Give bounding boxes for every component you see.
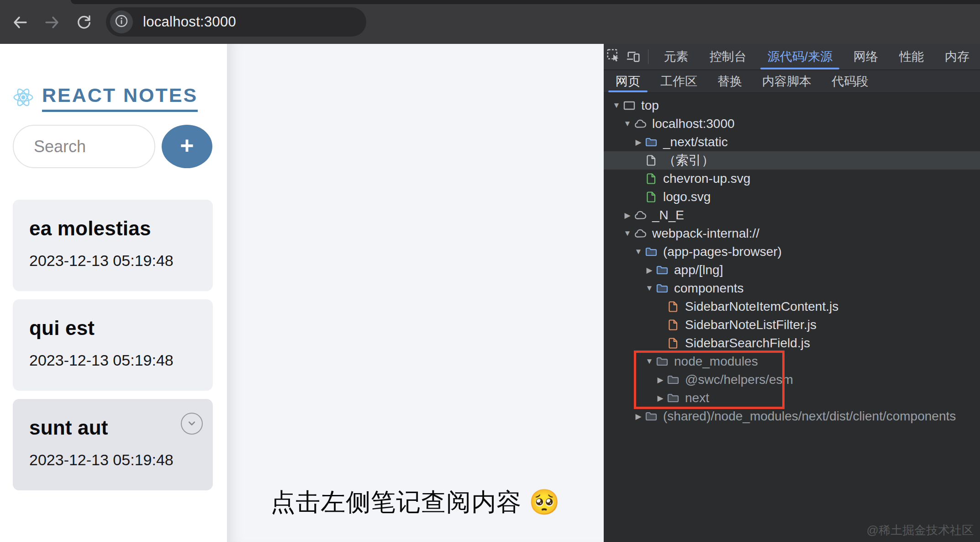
tree-item-label: top (641, 98, 659, 113)
chevron-down-icon (185, 417, 198, 431)
tree-item-label: next (685, 391, 709, 405)
devtools-sub-tabs: 网页工作区替换内容脚本代码段 (606, 70, 879, 92)
tree-item-label: chevron-up.svg (663, 171, 750, 186)
url-text: localhost:3000 (143, 14, 236, 30)
cloud-icon (633, 119, 648, 129)
tree-item[interactable]: SidebarNoteListFilter.js (604, 316, 980, 334)
tree-item[interactable]: ▼components (604, 279, 980, 298)
note-card[interactable]: ea molestias 2023-12-13 05:19:48 (13, 200, 213, 291)
devtools-subtab[interactable]: 工作区 (650, 70, 707, 92)
tree-item[interactable]: ▼localhost:3000 (604, 115, 980, 133)
tree-item-label: localhost:3000 (652, 117, 735, 131)
devtools-tab[interactable]: 源代码/来源 (757, 44, 843, 69)
note-card[interactable]: qui est 2023-12-13 05:19:48 (13, 299, 213, 391)
tree-item-label: @swc/helpers/esm (685, 372, 793, 387)
inspect-icon (606, 48, 622, 65)
back-button[interactable] (10, 13, 30, 33)
note-timestamp: 2023-12-13 05:19:48 (29, 351, 196, 369)
tree-item[interactable]: SidebarSearchField.js (604, 334, 980, 352)
info-icon (114, 14, 129, 30)
tree-item[interactable]: ▶app/[lng] (604, 261, 980, 279)
app-header: REACT NOTES (12, 84, 198, 112)
reload-button[interactable] (74, 13, 94, 33)
note-content-area: 点击左侧笔记查阅内容 🥺 (227, 44, 604, 542)
tree-item-label: _next/static (663, 135, 728, 149)
tree-item[interactable]: chevron-up.svg (604, 170, 980, 188)
devtools-tab[interactable]: 元素 (653, 44, 699, 69)
forward-button[interactable] (42, 13, 62, 33)
device-toolbar-icon (626, 48, 641, 65)
tree-disclosure-arrow-icon[interactable]: ▶ (655, 393, 666, 403)
react-atom-icon (12, 86, 35, 111)
tree-item[interactable]: ▶_next/static (604, 133, 980, 151)
tree-item[interactable]: ▼top (604, 96, 980, 115)
forward-icon (43, 13, 61, 33)
file-icon (666, 319, 680, 331)
tree-item-label: SidebarNoteListFilter.js (685, 318, 817, 332)
expand-note-button[interactable] (181, 413, 203, 435)
tree-item-label: node_modules (674, 354, 758, 369)
add-note-button[interactable]: + (162, 125, 212, 168)
folder-icon (655, 265, 669, 275)
devtools-tab[interactable]: 网络 (843, 44, 889, 69)
tree-item[interactable]: ▶(shared)/node_modules/next/dist/client/… (604, 407, 980, 425)
folder-icon (655, 283, 669, 293)
tree-item[interactable]: （索引） (604, 151, 980, 170)
devtools-sources-subtabbar: 网页工作区替换内容脚本代码段 (604, 70, 980, 93)
address-bar[interactable]: localhost:3000 (106, 7, 366, 37)
device-toolbar-button[interactable] (623, 44, 643, 69)
tree-disclosure-arrow-icon[interactable]: ▶ (633, 412, 644, 421)
tree-disclosure-arrow-icon[interactable]: ▼ (622, 119, 633, 128)
search-input[interactable] (13, 125, 155, 168)
devtools-tab[interactable]: 内存 (934, 44, 980, 69)
browser-tab-strip (71, 0, 980, 4)
note-title: sunt aut (29, 416, 196, 439)
devtools-subtab[interactable]: 网页 (606, 70, 650, 92)
tree-disclosure-arrow-icon[interactable]: ▼ (644, 284, 655, 293)
tree-item[interactable]: ▶@swc/helpers/esm (604, 371, 980, 389)
tree-disclosure-arrow-icon[interactable]: ▼ (622, 229, 633, 238)
tree-disclosure-arrow-icon[interactable]: ▼ (633, 247, 644, 256)
devtools-main-tabs: 元素控制台源代码/来源网络性能内存 (653, 44, 980, 69)
watermark: @稀土掘金技术社区 (867, 522, 974, 538)
tree-item-label: _N_E (652, 208, 684, 223)
tree-item[interactable]: ▶next (604, 389, 980, 407)
tree-item-label: SidebarNoteItemContent.js (685, 299, 838, 314)
tree-item-label: webpack-internal:// (652, 226, 759, 241)
file-icon (644, 173, 659, 185)
cloud-icon (633, 228, 648, 239)
devtools-main-tabbar: 元素控制台源代码/来源网络性能内存 (604, 44, 980, 70)
note-card[interactable]: sunt aut 2023-12-13 05:19:48 (13, 399, 213, 490)
tree-item[interactable]: ▶_N_E (604, 206, 980, 224)
tree-disclosure-arrow-icon[interactable]: ▶ (655, 375, 666, 385)
inspect-element-button[interactable] (604, 44, 623, 69)
tree-item[interactable]: ▼(app-pages-browser) (604, 243, 980, 261)
tree-item-label: app/[lng] (674, 263, 723, 277)
reload-icon (75, 14, 93, 32)
tree-item[interactable]: logo.svg (604, 188, 980, 206)
tree-disclosure-arrow-icon[interactable]: ▼ (644, 357, 655, 366)
cloud-icon (633, 210, 648, 220)
app-title-link[interactable]: REACT NOTES (42, 84, 198, 112)
devtools-tab[interactable]: 性能 (889, 44, 934, 69)
folder-icon (644, 247, 659, 257)
tree-item[interactable]: ▼webpack-internal:// (604, 224, 980, 243)
devtools-subtab[interactable]: 代码段 (822, 70, 879, 92)
tree-item[interactable]: ▼node_modules (604, 352, 980, 371)
file-icon (644, 191, 659, 203)
devtools-subtab[interactable]: 内容脚本 (752, 70, 822, 92)
tree-disclosure-arrow-icon[interactable]: ▶ (644, 266, 655, 275)
note-timestamp: 2023-12-13 05:19:48 (29, 252, 196, 270)
file-icon (644, 154, 659, 166)
note-title: qui est (29, 317, 196, 340)
tree-item-label: （索引） (663, 152, 714, 169)
tree-disclosure-arrow-icon[interactable]: ▶ (622, 211, 633, 220)
toolbar-separator (648, 49, 649, 64)
devtools-tab[interactable]: 控制台 (699, 44, 757, 69)
tree-disclosure-arrow-icon[interactable]: ▼ (611, 101, 622, 110)
notes-sidebar: REACT NOTES + ea molestias 2023-12-13 05… (0, 44, 227, 542)
devtools-subtab[interactable]: 替换 (707, 70, 752, 92)
tree-disclosure-arrow-icon[interactable]: ▶ (633, 138, 644, 147)
site-info-button[interactable] (110, 11, 133, 33)
tree-item[interactable]: SidebarNoteItemContent.js (604, 298, 980, 316)
